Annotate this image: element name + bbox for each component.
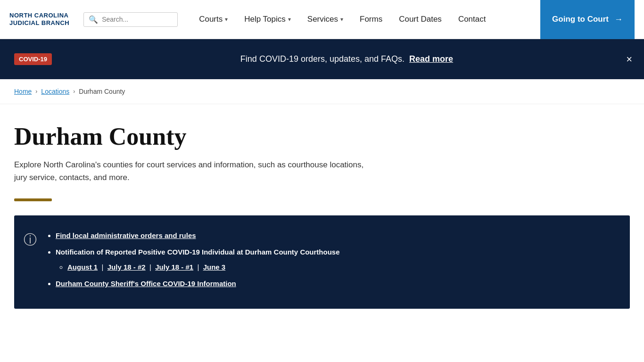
main-content: Durham County Explore North Carolina's c… xyxy=(0,104,644,328)
sheriff-covid-link[interactable]: Durham County Sheriff's Office COVID-19 … xyxy=(56,280,236,288)
breadcrumb-separator-2: › xyxy=(73,88,75,95)
covid-banner-text: Find COVID-19 orders, updates, and FAQs.… xyxy=(64,54,630,64)
sub-list: August 1 | July 18 - #2 | July 18 - #1 |… xyxy=(56,261,340,273)
arrow-icon: → xyxy=(614,15,623,25)
help-topics-chevron-icon: ▾ xyxy=(288,16,291,23)
nav-help-topics[interactable]: Help Topics ▾ xyxy=(237,0,298,39)
nav-services[interactable]: Services ▾ xyxy=(300,0,350,39)
info-box: ⓘ Find local administrative orders and r… xyxy=(14,215,630,309)
divider-bar xyxy=(14,198,52,201)
nav-court-dates[interactable]: Court Dates xyxy=(392,0,449,39)
covid-notification-text: Notification of Reported Positive COVID-… xyxy=(56,248,340,256)
list-item: August 1 | July 18 - #2 | July 18 - #1 |… xyxy=(67,261,340,273)
search-area: 🔍 xyxy=(83,12,178,27)
search-icon: 🔍 xyxy=(89,15,98,24)
admin-orders-link[interactable]: Find local administrative orders and rul… xyxy=(56,231,196,239)
search-input[interactable] xyxy=(102,16,173,23)
list-item: Notification of Reported Positive COVID-… xyxy=(56,246,340,273)
covid-read-more-link[interactable]: Read more xyxy=(409,54,453,64)
breadcrumb: Home › Locations › Durham County xyxy=(0,79,644,104)
breadcrumb-home[interactable]: Home xyxy=(14,88,32,95)
breadcrumb-separator-1: › xyxy=(35,88,37,95)
header: NORTH CAROLINA JUDICIAL BRANCH 🔍 Courts … xyxy=(0,0,644,39)
list-item: Find local administrative orders and rul… xyxy=(56,230,340,242)
covid-banner: COVID-19 Find COVID-19 orders, updates, … xyxy=(0,39,644,79)
logo-link[interactable]: NORTH CAROLINA JUDICIAL BRANCH xyxy=(9,12,69,26)
page-description: Explore North Carolina's counties for co… xyxy=(14,158,368,184)
nav-courts[interactable]: Courts ▾ xyxy=(192,0,235,39)
logo-line2: JUDICIAL BRANCH xyxy=(9,19,69,27)
breadcrumb-current: Durham County xyxy=(79,88,125,95)
nav-contact[interactable]: Contact xyxy=(451,0,493,39)
logo-line1: NORTH CAROLINA xyxy=(9,12,69,19)
info-icon: ⓘ xyxy=(24,231,37,295)
breadcrumb-locations[interactable]: Locations xyxy=(41,88,69,95)
july18-2-link[interactable]: July 18 - #2 xyxy=(107,263,146,271)
going-to-court-button[interactable]: Going to Court → xyxy=(540,0,635,39)
covid-badge: COVID-19 xyxy=(14,53,52,65)
august1-link[interactable]: August 1 xyxy=(67,263,98,271)
june3-link[interactable]: June 3 xyxy=(203,263,226,271)
services-chevron-icon: ▾ xyxy=(340,16,343,23)
courts-chevron-icon: ▾ xyxy=(225,16,228,23)
july18-1-link[interactable]: July 18 - #1 xyxy=(155,263,193,271)
main-nav: Courts ▾ Help Topics ▾ Services ▾ Forms … xyxy=(192,0,540,39)
page-title: Durham County xyxy=(14,123,630,150)
list-item: Durham County Sheriff's Office COVID-19 … xyxy=(56,278,340,290)
info-list: Find local administrative orders and rul… xyxy=(46,230,340,295)
nav-forms[interactable]: Forms xyxy=(353,0,389,39)
close-banner-button[interactable]: × xyxy=(626,54,632,65)
